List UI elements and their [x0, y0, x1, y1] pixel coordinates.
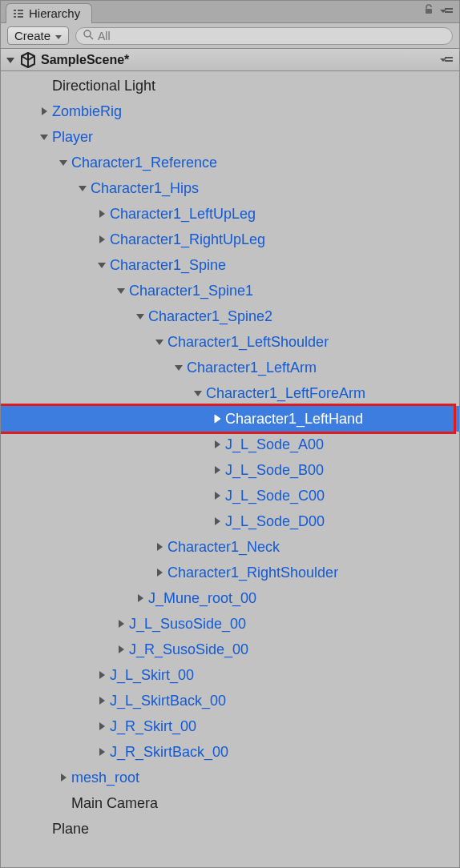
hierarchy-item[interactable]: Character1_Neck: [1, 534, 459, 560]
foldout-closed-icon[interactable]: [134, 592, 147, 605]
hierarchy-item[interactable]: J_L_Sode_B00: [1, 457, 459, 483]
no-arrow-icon: [38, 822, 50, 835]
foldout-open-icon[interactable]: [192, 387, 204, 400]
foldout-closed-icon[interactable]: [57, 771, 70, 784]
foldout-closed-icon[interactable]: [95, 233, 108, 246]
create-button[interactable]: Create: [7, 26, 69, 45]
no-arrow-icon: [57, 797, 70, 810]
scene-header[interactable]: SampleScene*: [1, 49, 459, 71]
hierarchy-item-label: Character1_LeftShoulder: [167, 334, 329, 351]
hierarchy-item-label: Directional Light: [52, 78, 155, 94]
svg-rect-0: [14, 10, 16, 11]
hierarchy-item[interactable]: Character1_LeftForeArm: [1, 380, 459, 406]
hierarchy-item[interactable]: J_R_SusoSide_00: [1, 637, 459, 662]
hierarchy-item-label: Character1_LeftHand: [225, 411, 363, 428]
hierarchy-item[interactable]: J_L_Skirt_00: [1, 662, 459, 688]
foldout-closed-icon[interactable]: [211, 438, 224, 451]
foldout-open-icon[interactable]: [57, 156, 70, 169]
dropdown-icon: [55, 29, 62, 42]
foldout-open-icon[interactable]: [115, 284, 127, 297]
svg-rect-7: [445, 8, 453, 10]
hierarchy-item[interactable]: Main Camera: [1, 790, 459, 816]
svg-rect-8: [445, 11, 453, 13]
hierarchy-item[interactable]: Character1_RightUpLeg: [1, 227, 459, 252]
hierarchy-item[interactable]: Character1_Spine2: [1, 303, 459, 329]
svg-rect-12: [445, 60, 453, 62]
scene-title: SampleScene*: [41, 53, 129, 67]
hierarchy-item-label: Character1_Hips: [91, 180, 199, 197]
hierarchy-item-label: ZombieRig: [52, 103, 122, 120]
hierarchy-item[interactable]: Character1_Reference: [1, 150, 459, 175]
hierarchy-item[interactable]: J_Mune_root_00: [1, 585, 459, 611]
foldout-closed-icon[interactable]: [153, 566, 166, 579]
hierarchy-item-label: Character1_Spine1: [129, 283, 253, 299]
foldout-closed-icon[interactable]: [211, 515, 224, 528]
no-arrow-icon: [38, 79, 50, 92]
foldout-closed-icon[interactable]: [153, 540, 166, 553]
hierarchy-item[interactable]: J_L_Sode_C00: [1, 483, 459, 508]
hierarchy-item[interactable]: mesh_root: [1, 765, 459, 790]
foldout-closed-icon[interactable]: [95, 694, 108, 707]
foldout-closed-icon[interactable]: [95, 720, 108, 733]
search-input[interactable]: [98, 30, 446, 42]
hierarchy-item[interactable]: Plane: [1, 816, 459, 842]
hierarchy-item-label: J_L_SkirtBack_00: [110, 693, 226, 709]
foldout-open-icon[interactable]: [153, 336, 166, 348]
foldout-closed-icon[interactable]: [95, 745, 108, 758]
foldout-open-icon[interactable]: [134, 310, 147, 323]
hierarchy-item[interactable]: Player: [1, 124, 459, 150]
hierarchy-item-label: Character1_Spine: [110, 257, 226, 274]
hierarchy-item[interactable]: Character1_Spine1: [1, 278, 459, 303]
hierarchy-item[interactable]: J_L_SusoSide_00: [1, 611, 459, 637]
hierarchy-item[interactable]: Character1_Hips: [1, 175, 459, 201]
hierarchy-item-label: J_R_Skirt_00: [110, 718, 196, 735]
toolbar: Create: [1, 23, 459, 49]
foldout-open-icon[interactable]: [76, 182, 89, 195]
hierarchy-item-label: Character1_Neck: [167, 539, 280, 556]
hierarchy-item-label: Plane: [52, 821, 89, 838]
svg-rect-3: [18, 10, 23, 11]
foldout-closed-icon[interactable]: [95, 207, 108, 220]
tab-bar: Hierarchy: [1, 1, 459, 23]
hierarchy-item-label: Character1_RightUpLeg: [110, 231, 265, 248]
hierarchy-item[interactable]: Character1_LeftArm: [1, 355, 459, 380]
hierarchy-item[interactable]: Directional Light: [1, 73, 459, 98]
foldout-closed-icon[interactable]: [211, 464, 224, 476]
hierarchy-item[interactable]: J_R_SkirtBack_00: [1, 739, 459, 765]
foldout-closed-icon[interactable]: [211, 489, 224, 502]
hierarchy-tree[interactable]: Directional LightZombieRigPlayerCharacte…: [1, 71, 459, 842]
hierarchy-item[interactable]: J_L_Sode_D00: [1, 508, 459, 534]
hierarchy-item-label: J_R_SkirtBack_00: [110, 744, 228, 761]
svg-rect-11: [445, 57, 453, 58]
search-icon: [83, 29, 94, 43]
scene-context-menu-icon[interactable]: [440, 56, 453, 64]
scene-foldout-icon[interactable]: [6, 55, 15, 65]
hierarchy-item[interactable]: Character1_LeftHand: [1, 406, 459, 432]
create-button-label: Create: [14, 29, 50, 42]
panel-context-menu-icon[interactable]: [440, 4, 453, 18]
svg-point-9: [84, 30, 91, 37]
foldout-closed-icon[interactable]: [38, 105, 50, 118]
hierarchy-item[interactable]: Character1_LeftUpLeg: [1, 201, 459, 227]
foldout-closed-icon[interactable]: [95, 669, 108, 681]
svg-line-10: [90, 36, 93, 39]
search-box[interactable]: [75, 27, 453, 45]
hierarchy-item[interactable]: J_R_Skirt_00: [1, 713, 459, 739]
hierarchy-item-label: Character1_Reference: [71, 155, 217, 171]
hierarchy-item-label: Character1_LeftForeArm: [206, 385, 365, 402]
hierarchy-tab[interactable]: Hierarchy: [6, 3, 92, 23]
foldout-closed-icon[interactable]: [115, 643, 127, 656]
lock-icon[interactable]: [424, 4, 434, 18]
hierarchy-item[interactable]: Character1_RightShoulder: [1, 560, 459, 585]
foldout-open-icon[interactable]: [172, 361, 185, 374]
hierarchy-item[interactable]: ZombieRig: [1, 98, 459, 124]
hierarchy-item[interactable]: Character1_Spine: [1, 252, 459, 278]
hierarchy-item[interactable]: J_L_SkirtBack_00: [1, 688, 459, 713]
foldout-open-icon[interactable]: [38, 131, 50, 143]
foldout-closed-icon[interactable]: [115, 617, 127, 630]
unity-logo-icon: [20, 52, 36, 68]
hierarchy-item[interactable]: Character1_LeftShoulder: [1, 329, 459, 355]
hierarchy-item[interactable]: J_L_Sode_A00: [1, 432, 459, 457]
foldout-open-icon[interactable]: [95, 259, 108, 271]
foldout-closed-icon[interactable]: [211, 412, 224, 425]
